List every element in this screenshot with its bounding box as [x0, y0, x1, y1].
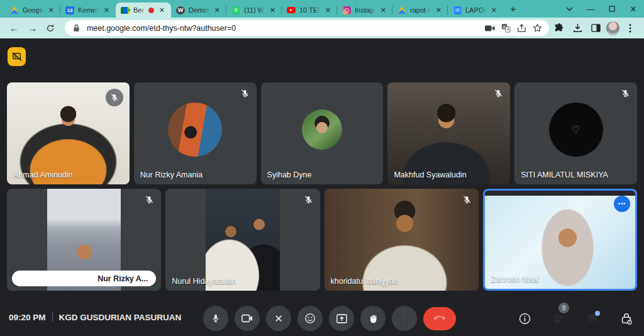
- calendar-icon: 13: [65, 6, 74, 14]
- maximize-button[interactable]: [601, 0, 623, 18]
- wordpress-icon: W: [176, 6, 185, 14]
- tab-close-icon[interactable]: ✕: [158, 6, 166, 15]
- more-options-button[interactable]: [392, 306, 417, 331]
- tile-khoridatul-bahiyyah[interactable]: khoridatul bahiyyah: [325, 189, 479, 291]
- meeting-time: 09:20 PM: [9, 313, 46, 322]
- profile-avatar[interactable]: [606, 21, 619, 35]
- chevron-down-icon[interactable]: [558, 0, 580, 18]
- tile-zahrotin-nisa-self[interactable]: Zahrotin Nisa' •••: [483, 189, 637, 291]
- participant-name: Nur Rizky Amania: [140, 171, 203, 179]
- tab-close-icon[interactable]: ✕: [269, 6, 277, 15]
- heart-glyph: ♡: [572, 124, 580, 135]
- address-bar[interactable]: meet.google.com/etd-thys-ntw?authuser=0 …: [65, 20, 549, 36]
- people-icon[interactable]: 9: [550, 306, 567, 331]
- present-screen-button[interactable]: [329, 306, 354, 331]
- google-docs-icon: [453, 6, 462, 14]
- meeting-name: KGD GUSDURIAN PASURUAN: [59, 313, 182, 322]
- info-icon[interactable]: [516, 306, 533, 331]
- tab-title: 10 TEM: [299, 6, 320, 14]
- tile-siti-amilatul-miskiya[interactable]: ♡ SITI AMILATUL MISKIYA: [514, 82, 637, 184]
- tab-close-icon[interactable]: ✕: [379, 6, 387, 15]
- instagram-icon: [342, 6, 351, 14]
- youtube-icon: [287, 6, 296, 14]
- mic-off-icon: [145, 195, 155, 205]
- translate-icon[interactable]: aA: [501, 23, 511, 33]
- tab-close-icon[interactable]: ✕: [490, 6, 498, 15]
- bookmark-star-icon[interactable]: [532, 23, 543, 33]
- tab-kement[interactable]: 13 Kement ✕: [60, 3, 116, 18]
- host-controls-lock-icon[interactable]: [618, 306, 635, 331]
- tab-close-icon[interactable]: ✕: [435, 6, 443, 15]
- close-button[interactable]: ✕: [266, 306, 291, 331]
- presentation-off-icon[interactable]: [8, 47, 26, 66]
- url-text[interactable]: meet.google.com/etd-thys-ntw?authuser=0: [87, 24, 480, 33]
- participant-name: Nurul Hidayatallah: [172, 277, 236, 286]
- participant-name: Makhfud Syawaludin: [394, 171, 466, 179]
- participant-name: khoridatul bahiyyah: [331, 277, 399, 286]
- mic-button[interactable]: [203, 306, 228, 331]
- new-tab-button[interactable]: +: [506, 2, 521, 17]
- tab-title: (11) Wh: [244, 6, 265, 14]
- tab-demok[interactable]: W Demok ✕: [171, 3, 226, 18]
- end-call-button[interactable]: [423, 307, 456, 330]
- tab-instagram[interactable]: Instagra ✕: [337, 3, 392, 18]
- close-window-button[interactable]: ✕: [623, 0, 644, 18]
- tile-ahmad-aminudin[interactable]: Ahmad Aminudin: [7, 82, 130, 184]
- participant-name-pill: Nur Rizky A...: [12, 271, 156, 286]
- tile-nur-rizky-a[interactable]: Nur Rizky A...: [7, 189, 161, 291]
- tab-title: rapot B: [410, 6, 431, 14]
- minimize-button[interactable]: —: [580, 0, 601, 18]
- tile-makhfud-syawaludin[interactable]: Makhfud Syawaludin: [387, 82, 510, 184]
- kebab-menu-icon[interactable]: [622, 20, 638, 36]
- tab-close-icon[interactable]: ✕: [213, 6, 221, 15]
- tab-google[interactable]: Google ✕: [5, 3, 60, 18]
- avatar-heart: ♡: [549, 103, 603, 157]
- tab-whatsapp[interactable]: ✆ (11) Wh ✕: [226, 3, 282, 18]
- raise-hand-button[interactable]: [360, 306, 386, 331]
- browser-window: Google ✕ 13 Kement ✕ Bert ✕ W Demok ✕ ✆: [0, 0, 644, 336]
- mic-off-icon: [106, 89, 123, 106]
- tab-title: Instagra: [355, 6, 375, 14]
- tab-lapora[interactable]: LAPORA ✕: [448, 3, 503, 18]
- chat-icon[interactable]: [584, 306, 601, 331]
- mic-off-icon: [494, 89, 504, 99]
- meet-bottom-bar: 09:20 PM KGD GUSDURIAN PASURUAN ✕: [0, 291, 644, 336]
- divider: [52, 312, 53, 322]
- reactions-smiley-icon[interactable]: [297, 306, 323, 331]
- extensions-puzzle-icon[interactable]: [552, 20, 567, 36]
- forward-icon[interactable]: →: [25, 20, 40, 36]
- share-icon[interactable]: [516, 23, 527, 33]
- participant-name: Nur Rizky A...: [97, 274, 148, 283]
- participant-name: SITI AMILATUL MISKIYA: [521, 171, 608, 179]
- camera-in-use-icon[interactable]: [485, 23, 496, 33]
- tab-close-icon[interactable]: ✕: [47, 6, 55, 15]
- participant-name: Syihab Dyne: [267, 171, 312, 179]
- video-feed: [206, 189, 280, 291]
- camera-button[interactable]: [235, 306, 260, 331]
- back-icon[interactable]: ←: [6, 20, 22, 36]
- tab-youtube[interactable]: 10 TEM ✕: [282, 3, 337, 18]
- reload-icon[interactable]: [43, 20, 58, 36]
- tab-title: LAPORA: [465, 6, 486, 14]
- tab-strip: Google ✕ 13 Kement ✕ Bert ✕ W Demok ✕ ✆: [0, 0, 644, 18]
- tab-title: Kement: [78, 6, 99, 14]
- tile-nurul-hidayatallah[interactable]: Nurul Hidayatallah: [165, 189, 319, 291]
- video-feed: [325, 189, 479, 291]
- tile-syihab-dyne[interactable]: Syihab Dyne: [261, 82, 384, 184]
- tab-title: Demok: [189, 6, 209, 14]
- side-panel-icon[interactable]: [588, 20, 604, 36]
- lock-icon: [71, 23, 82, 33]
- recording-indicator-icon: [148, 8, 154, 13]
- tile-nur-rizky-amania[interactable]: Nur Rizky Amania: [134, 82, 257, 184]
- more-options-icon[interactable]: •••: [614, 196, 630, 212]
- tab-close-icon[interactable]: ✕: [324, 6, 332, 15]
- tab-meet-active[interactable]: Bert ✕: [116, 3, 171, 18]
- participant-name: Ahmad Aminudin: [13, 171, 73, 179]
- mic-off-icon: [304, 195, 314, 205]
- tab-close-icon[interactable]: ✕: [103, 6, 111, 15]
- mic-off-icon: [240, 89, 250, 99]
- participant-grid-row-1: Ahmad Aminudin Nur Rizky Amania Syihab D…: [7, 82, 637, 184]
- download-icon[interactable]: [570, 20, 586, 36]
- tab-rapot[interactable]: rapot B ✕: [392, 3, 448, 18]
- avatar: [168, 103, 222, 157]
